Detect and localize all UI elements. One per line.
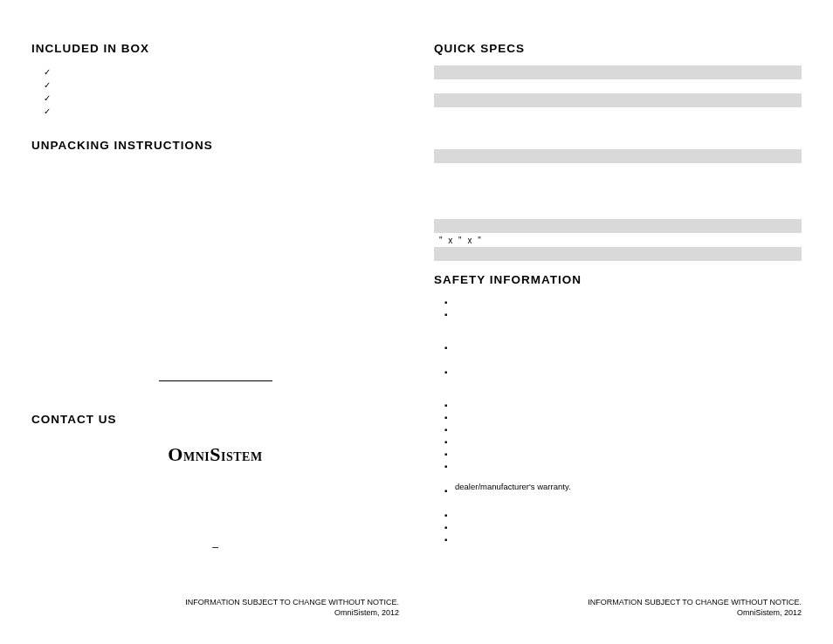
list-item: . [455, 342, 802, 365]
table-row [434, 205, 802, 219]
table-row [434, 121, 802, 135]
left-page: INCLUDED IN BOX . . . . UNPACKING INSTRU… [31, 42, 399, 644]
checklist-item: . [56, 92, 399, 105]
left-footer: INFORMATION SUBJECT TO CHANGE WITHOUT NO… [185, 597, 399, 618]
footer-line2: OmniSistem, 2012 [588, 607, 802, 618]
checklist-item: . [56, 65, 399, 79]
list-item: . [455, 436, 802, 447]
list-item: . [455, 367, 802, 398]
unpacking-body-placeholder [31, 162, 399, 346]
list-item: . [455, 424, 802, 435]
list-item: .dealer/manufacturer's warranty. [455, 461, 802, 483]
safety-list: . . . . . . . . . .dealer/manufacturer's… [434, 297, 802, 546]
included-checklist: . . . . [31, 65, 399, 118]
logo-block: OmniSistem [31, 443, 399, 466]
right-footer: INFORMATION SUBJECT TO CHANGE WITHOUT NO… [588, 597, 802, 618]
contact-us-heading: CONTACT US [31, 413, 399, 426]
table-row [434, 65, 802, 79]
omnisistem-logo: OmniSistem [168, 443, 262, 466]
list-item: . [455, 309, 802, 340]
table-row [434, 135, 802, 149]
list-item: . [455, 522, 802, 532]
list-item: . [455, 485, 802, 508]
unpacking-heading: UNPACKING INSTRUCTIONS [31, 139, 399, 152]
list-item: . [455, 510, 802, 520]
footer-line1: INFORMATION SUBJECT TO CHANGE WITHOUT NO… [185, 597, 399, 607]
footer-line2: OmniSistem, 2012 [185, 607, 399, 618]
quick-specs-table: " x " x " [434, 65, 802, 261]
table-row: " x " x " [434, 233, 802, 247]
list-item: . [455, 534, 802, 545]
table-row [434, 247, 802, 261]
footer-line1: INFORMATION SUBJECT TO CHANGE WITHOUT NO… [588, 597, 802, 607]
table-row [434, 163, 802, 177]
included-in-box-heading: INCLUDED IN BOX [31, 42, 399, 55]
table-row [434, 219, 802, 233]
checklist-item: . [56, 105, 399, 118]
checklist-item: . [56, 79, 399, 92]
quick-specs-heading: QUICK SPECS [434, 42, 802, 55]
divider-rule [159, 380, 272, 381]
list-item: . [455, 400, 802, 410]
list-item: . [455, 412, 802, 422]
dash-line: – [31, 541, 399, 553]
table-row [434, 107, 802, 121]
right-page: QUICK SPECS " x " x " SAFETY INFORMATION… [434, 42, 802, 644]
list-item: . [455, 449, 802, 459]
table-row [434, 149, 802, 163]
safety-info-heading: SAFETY INFORMATION [434, 273, 802, 286]
table-row [434, 79, 802, 93]
table-row [434, 191, 802, 205]
table-row [434, 93, 802, 107]
list-item: . [455, 297, 802, 307]
dimensions-value: " x " x " [434, 233, 802, 247]
table-row [434, 177, 802, 191]
